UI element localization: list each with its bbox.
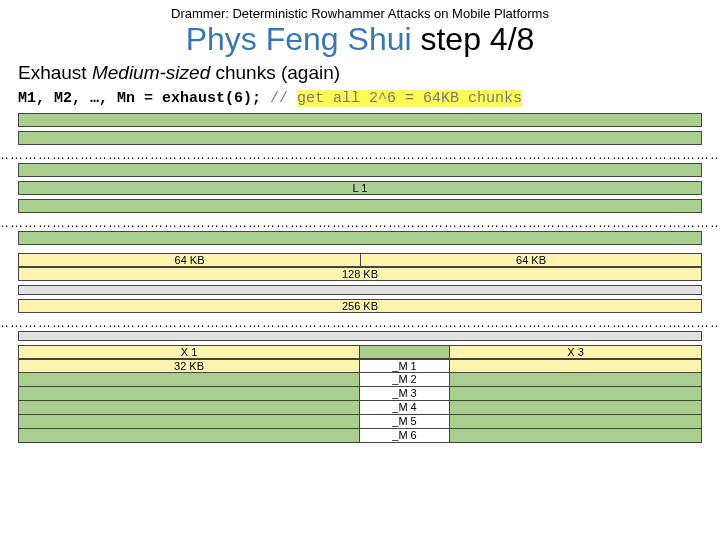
title-accent: Phys Feng Shui <box>186 21 412 57</box>
chunk-left <box>18 401 360 415</box>
slide-subheading: Exhaust Medium-sized chunks (again) <box>18 62 702 84</box>
slide: Drammer: Deterministic Rowhammer Attacks… <box>0 0 720 457</box>
chunk-left <box>18 387 360 401</box>
m-row: _M 6 <box>18 429 702 443</box>
chunk-left <box>18 373 360 387</box>
chunk-right <box>450 401 702 415</box>
chunk-x3: X 3 <box>450 345 702 359</box>
gap-band <box>18 285 702 295</box>
x-row: X 1 X 3 <box>18 345 702 359</box>
alloc-band <box>18 231 702 245</box>
chunk-right <box>450 359 702 373</box>
subheading-em: Medium-sized <box>92 62 210 83</box>
ellipsis-row: …………………………………………………………………………………………………………… <box>18 313 702 331</box>
chunk-left <box>18 429 360 443</box>
chunk-64kb: 64 KB <box>18 253 360 267</box>
code-stmt: M1, M2, …, Mn = exhaust(6); <box>18 90 261 107</box>
chunk-m1: _M 1 <box>360 359 450 373</box>
m-row: _M 2 <box>18 373 702 387</box>
title-step: step 4/8 <box>412 21 535 57</box>
memory-diagram: …………………………………………………………………………………………………………… <box>18 113 702 443</box>
chunk-m6: _M 6 <box>360 429 450 443</box>
chunk-m2: _M 2 <box>360 373 450 387</box>
ellipsis-row: …………………………………………………………………………………………………………… <box>18 145 702 163</box>
comment-prefix: // <box>261 90 297 107</box>
size-row: 64 KB 64 KB <box>18 253 702 267</box>
paper-citation: Drammer: Deterministic Rowhammer Attacks… <box>18 6 702 21</box>
m-row: _M 5 <box>18 415 702 429</box>
m-row: _M 3 <box>18 387 702 401</box>
m-row: _M 4 <box>18 401 702 415</box>
chunk-64kb: 64 KB <box>360 253 702 267</box>
comment-highlight: get all 2^6 = 64KB chunks <box>297 90 522 107</box>
chunk-32kb: 32 KB <box>18 359 360 373</box>
chunk-left <box>18 415 360 429</box>
chunk-m5: _M 5 <box>360 415 450 429</box>
alloc-band <box>18 163 702 177</box>
chunk-right <box>450 429 702 443</box>
chunk-256kb: 256 KB <box>18 299 702 313</box>
chunk-x-gap <box>360 345 450 359</box>
subheading-prefix: Exhaust <box>18 62 92 83</box>
chunk-128kb: 128 KB <box>18 267 702 281</box>
alloc-band-l1: L 1 <box>18 181 702 195</box>
m-row: 32 KB _M 1 <box>18 359 702 373</box>
chunk-right <box>450 415 702 429</box>
chunk-x1: X 1 <box>18 345 360 359</box>
subheading-suffix: chunks (again) <box>210 62 340 83</box>
chunk-right <box>450 373 702 387</box>
alloc-band <box>18 131 702 145</box>
alloc-band <box>18 113 702 127</box>
ellipsis-row: …………………………………………………………………………………………………………… <box>18 213 702 231</box>
chunk-m4: _M 4 <box>360 401 450 415</box>
code-comment: // get all 2^6 = 64KB chunks <box>261 90 522 107</box>
slide-title: Phys Feng Shui step 4/8 <box>18 21 702 58</box>
code-line: M1, M2, …, Mn = exhaust(6); // get all 2… <box>18 90 702 107</box>
chunk-m3: _M 3 <box>360 387 450 401</box>
chunk-right <box>450 387 702 401</box>
alloc-band <box>18 199 702 213</box>
gap-band <box>18 331 702 341</box>
